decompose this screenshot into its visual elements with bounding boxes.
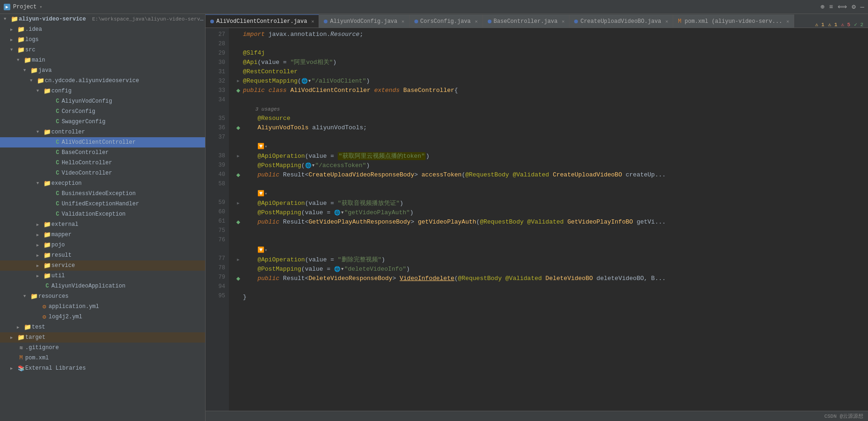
tree-arrow-util: ▶ [36, 274, 43, 279]
sidebar-root-item[interactable]: ▼ 📁 aliyun-video-service E:\workspace_ja… [0, 14, 205, 24]
sidebar-item-hellocontroller[interactable]: ▶ C HelloController [0, 158, 205, 168]
code-line-40: ◆ public Result<CreateUploadVideoRespons… [234, 170, 868, 180]
watermark-text: CSDN @云源源想 [824, 413, 863, 420]
sidebar-item-util[interactable]: ▶ 📁 util [0, 271, 205, 281]
sidebar-item-external[interactable]: ▶ 📁 external [0, 219, 205, 230]
sidebar-item-idea[interactable]: ▶ 📁 .idea [0, 24, 205, 35]
sidebar-item-app[interactable]: ▶ C AliyunVideoApplication [0, 281, 205, 291]
sidebar-item-swaggerconfig[interactable]: ▶ C SwaggerConfig [0, 117, 205, 127]
folder-icon: 📁 [43, 221, 51, 228]
sidebar-item-main[interactable]: ▼ 📁 main [0, 55, 205, 65]
expand-icon[interactable]: ⟺ [838, 3, 847, 11]
tree-arrow-external: ▶ [36, 222, 43, 227]
yaml-icon: ⚙ [40, 303, 49, 310]
sidebar-item-gitignore[interactable]: ▶ ≋ .gitignore [0, 343, 205, 353]
sidebar-item-basecontroller[interactable]: ▶ C BaseController [0, 147, 205, 158]
tab-bar-right: ⚠ 1 ⚠ 1 ⚠ 5 ✓ 2 [811, 21, 868, 28]
sidebar-item-service[interactable]: ▶ 📁 service [0, 260, 205, 271]
tab-close-aliyunvod[interactable]: ✕ [402, 19, 405, 24]
code-line-27: import javax.annotation.Resource; [234, 30, 868, 39]
tab-close-alivod[interactable]: ✕ [311, 19, 314, 24]
code-editor[interactable]: 27 28 29 30 31 32 33 34 35 36 37 38 39 4… [206, 28, 868, 411]
sidebar-label-target: target [25, 334, 205, 341]
sidebar-item-execption[interactable]: ▼ 📁 execption [0, 178, 205, 189]
code-line-94 [234, 283, 868, 293]
tab-close-cors[interactable]: ✕ [475, 19, 478, 24]
sidebar-label-logs: logs [25, 36, 205, 43]
sidebar-item-test[interactable]: ▶ 📁 test [0, 322, 205, 332]
sidebar-label-hellocontroller: HelloController [62, 160, 205, 166]
sidebar-item-logyml[interactable]: ▶ ⚙ log4j2.yml [0, 312, 205, 322]
tab-alivod[interactable]: AliVodClientController.java ✕ [206, 14, 319, 28]
folder-icon: 📁 [43, 252, 51, 259]
line-text-fold2: 🔽▾ [243, 189, 267, 199]
tree-arrow-main: ▼ [17, 58, 23, 63]
tree-arrow-idea: ▶ [10, 27, 17, 32]
sidebar-item-corsconfig[interactable]: ▶ C CorsConfig [0, 106, 205, 117]
line-text-39: @PostMapping(🌐▾"/accessToken") [243, 161, 370, 170]
tree-arrow-extlibs: ▶ [10, 366, 17, 371]
sidebar-item-mapper[interactable]: ▶ 📁 mapper [0, 230, 205, 240]
code-line-30: @Api(value = "阿里vod相关") [234, 58, 868, 67]
gutter-61: ◆ [234, 218, 243, 227]
tab-icon-pom: M [678, 18, 681, 25]
sidebar-item-alivod[interactable]: ▶ C AliVodClientController [0, 137, 205, 147]
code-line-fold3: 🔽▾ [234, 246, 868, 255]
sidebar-item-validationexc[interactable]: ▶ C ValidationException [0, 209, 205, 219]
sidebar-item-logs[interactable]: ▶ 📁 logs [0, 35, 205, 45]
sidebar-item-src[interactable]: ▼ 📁 src [0, 45, 205, 55]
line-text-34 [243, 95, 247, 105]
line-text-38: @ApiOperation(value = "获取阿里云视频点播的token") [243, 152, 429, 161]
sidebar-item-ext-libs[interactable]: ▶ 📚 External Libraries [0, 363, 205, 373]
sidebar-item-unifiedexc[interactable]: ▶ C UnifiedExceptionHandler [0, 199, 205, 209]
gitignore-icon: ≋ [17, 344, 25, 351]
sidebar-item-java[interactable]: ▼ 📁 java [0, 65, 205, 76]
sidebar-label-controller: controller [51, 129, 205, 135]
line-text-95: } [243, 293, 247, 302]
sidebar-item-controller[interactable]: ▼ 📁 controller [0, 127, 205, 137]
tab-close-pom[interactable]: ✕ [786, 19, 789, 24]
java-class-icon11: C [43, 283, 51, 289]
line-text-32: @RequestMapping(🌐▾"/aliVodClient") [243, 77, 370, 86]
sidebar-item-pojo[interactable]: ▶ 📁 pojo [0, 240, 205, 250]
sidebar-item-target[interactable]: ▶ 📁 target [0, 332, 205, 343]
sidebar-item-pom[interactable]: ▶ M pom.xml [0, 353, 205, 363]
folder-icon: 📁 [43, 231, 51, 239]
line-text-fold1: 🔽▾ [243, 142, 267, 152]
sidebar-label-result: result [51, 252, 205, 259]
java-class-icon10: C [53, 211, 62, 218]
badge-ok: ✓ 2 [854, 21, 863, 28]
sidebar-item-aliyunvodconfig[interactable]: ▶ C AliyunVodConfig [0, 96, 205, 106]
sidebar-item-videocontroller[interactable]: ▶ C VideoController [0, 168, 205, 178]
sidebar-item-result[interactable]: ▶ 📁 result [0, 250, 205, 260]
tree-arrow-config: ▼ [36, 89, 43, 93]
line-text-29: @Slf4j [243, 49, 265, 58]
tab-pom[interactable]: M pom.xml (aliyun-video-serv... ✕ [673, 14, 794, 28]
sidebar-label-alivod: AliVodClientController [62, 139, 205, 146]
list-icon[interactable]: ≡ [829, 3, 833, 11]
tab-corsconfig[interactable]: CorsConfig.java ✕ [410, 14, 483, 28]
tab-createupload[interactable]: CreateUploadVideoBO.java ✕ [569, 14, 673, 28]
code-line-37 [234, 133, 868, 142]
sidebar-item-businessexc[interactable]: ▶ C BusinessVideoException [0, 189, 205, 199]
sidebar-label-pom: pom.xml [25, 355, 205, 361]
tab-close-base[interactable]: ✕ [562, 19, 564, 24]
main-layout: ▼ 📁 aliyun-video-service E:\workspace_ja… [0, 14, 868, 421]
line-text-75 [243, 227, 247, 236]
sidebar-item-resources[interactable]: ▼ 📁 resources [0, 291, 205, 302]
sidebar-item-appyml[interactable]: ▶ ⚙ application.yml [0, 302, 205, 312]
tab-basecontroller[interactable]: BaseController.java ✕ [483, 14, 570, 28]
code-content[interactable]: import javax.annotation.Resource; @Slf4j… [229, 28, 868, 411]
tab-label-base: BaseController.java [494, 18, 558, 25]
close-icon[interactable]: — [861, 3, 864, 11]
settings-icon[interactable]: ⚙ [852, 3, 855, 11]
tree-arrow-result: ▶ [36, 253, 43, 258]
code-line-fold1: 🔽▾ [234, 142, 868, 152]
tab-close-createupload[interactable]: ✕ [665, 19, 668, 24]
add-icon[interactable]: ⊕ [820, 3, 824, 11]
project-label: Project [13, 4, 36, 10]
tab-aliyunvodconfig[interactable]: AliyunVodConfig.java ✕ [319, 14, 409, 28]
sidebar-item-package[interactable]: ▼ 📁 cn.ydcode.aliyunvideoservice [0, 76, 205, 86]
line-text-27: import javax.annotation.Resource; [243, 30, 363, 39]
sidebar-item-config[interactable]: ▼ 📁 config [0, 86, 205, 96]
